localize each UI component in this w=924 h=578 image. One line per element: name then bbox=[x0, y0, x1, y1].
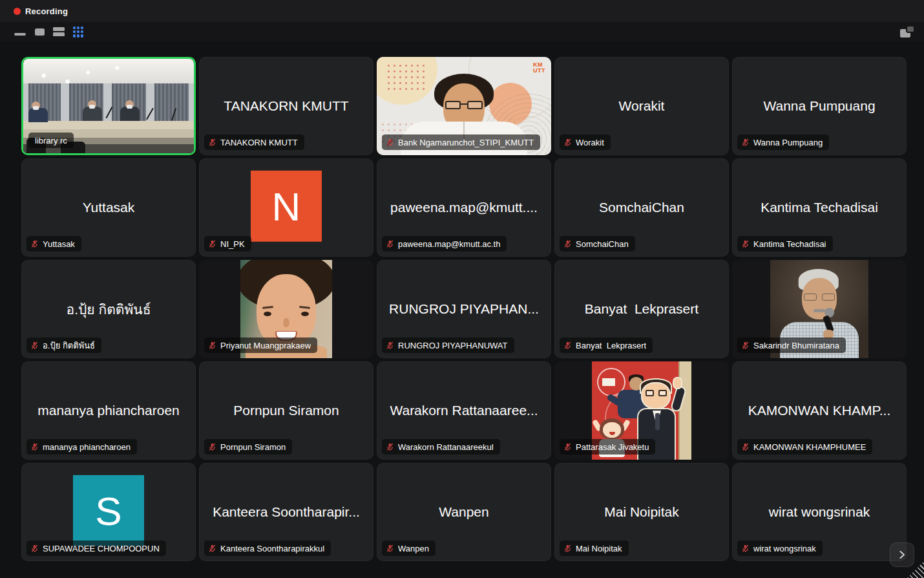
participant-name-badge: SomchaiChan bbox=[560, 236, 635, 252]
tile-pornpun[interactable]: Pornpun Siramon Pornpun Siramon bbox=[199, 361, 373, 460]
muted-mic-icon bbox=[741, 240, 750, 248]
muted-mic-icon bbox=[386, 138, 394, 147]
gallery-grid: library rc TANAKORN KMUTT TANAKORN KMUTT… bbox=[21, 57, 907, 561]
minimize-icon bbox=[14, 33, 26, 36]
participant-name-badge: RUNGROJ PIYAPHANUWAT bbox=[382, 337, 514, 353]
tile-wanna-pumpuang[interactable]: Wanna Pumpuang Wanna Pumpuang bbox=[732, 57, 907, 155]
participant-name-badge: อ.ปุ้ย กิตติพันธ์ bbox=[26, 337, 101, 353]
tile-wanpen[interactable]: Wanpen Wanpen bbox=[377, 463, 551, 561]
muted-mic-icon bbox=[30, 240, 39, 248]
muted-mic-icon bbox=[386, 544, 394, 553]
tile-rungroj[interactable]: RUNGROJ PIYAPHAN... RUNGROJ PIYAPHANUWAT bbox=[377, 260, 551, 358]
participant-name-badge: library rc bbox=[28, 133, 74, 148]
gallery-view-button[interactable] bbox=[68, 23, 88, 40]
minimize-button[interactable] bbox=[10, 23, 30, 40]
participant-name-badge: paweena.map@kmutt.ac.th bbox=[382, 236, 507, 252]
tile-tanakorn-kmutt[interactable]: TANAKORN KMUTT TANAKORN KMUTT bbox=[199, 57, 373, 155]
exit-minimized-view-button[interactable] bbox=[900, 27, 914, 37]
participant-name-badge: Mai Noipitak bbox=[560, 541, 629, 556]
title-bar: Recording bbox=[0, 0, 924, 22]
participant-name-badge: Warakorn Rattanaareekul bbox=[382, 439, 500, 455]
muted-mic-icon bbox=[208, 544, 216, 553]
participant-name-badge: Sakarindr Bhumiratana bbox=[737, 337, 846, 353]
muted-mic-icon bbox=[208, 138, 216, 147]
speaker-view-icon bbox=[35, 28, 45, 36]
participant-name-badge: TANAKORN KMUTT bbox=[204, 134, 304, 150]
tile-worakit[interactable]: Worakit Worakit bbox=[554, 57, 729, 155]
muted-mic-icon bbox=[208, 240, 216, 248]
next-page-button[interactable] bbox=[890, 542, 914, 567]
tile-bank-ngamarunchot[interactable]: KMUTT Bank Ngamarunchot_STIPI_KMUTT bbox=[377, 57, 551, 155]
avatar-initial: N bbox=[251, 171, 322, 242]
participant-name-badge: Yuttasak bbox=[26, 236, 81, 252]
tile-apui[interactable]: อ.ปุ้ย กิตติพันธ์ อ.ปุ้ย กิตติพันธ์ bbox=[21, 260, 196, 358]
tile-somchaichan[interactable]: SomchaiChan SomchaiChan bbox=[554, 158, 729, 257]
muted-mic-icon bbox=[30, 443, 39, 451]
tile-supawadee[interactable]: S SUPAWADEE CHOMPOOPUN bbox=[21, 463, 196, 561]
tile-yuttasak[interactable]: Yuttasak Yuttasak bbox=[21, 158, 196, 257]
muted-mic-icon bbox=[563, 544, 572, 553]
participant-name-badge: wirat wongsrinak bbox=[737, 541, 823, 556]
participant-name-badge: Wanpen bbox=[382, 541, 436, 556]
chevron-right-icon bbox=[898, 550, 907, 559]
participant-name-badge: Priyanut Muangprakaew bbox=[204, 337, 317, 353]
tile-warakorn[interactable]: Warakorn Rattanaaree... Warakorn Rattana… bbox=[377, 361, 551, 460]
list-view-button[interactable] bbox=[49, 23, 68, 40]
participant-name-badge: Wanna Pumpuang bbox=[737, 134, 829, 150]
speaker-view-button[interactable] bbox=[30, 23, 49, 40]
muted-mic-icon bbox=[741, 443, 750, 451]
list-view-icon bbox=[53, 27, 65, 36]
muted-mic-icon bbox=[563, 341, 572, 350]
muted-mic-icon bbox=[563, 240, 572, 248]
participant-name-badge: Pattarasak Jivaketu bbox=[560, 439, 655, 455]
participant-name-badge: KAMONWAN KHAMPHUMEE bbox=[737, 439, 872, 455]
tile-paweena[interactable]: paweena.map@kmutt.... paweena.map@kmutt.… bbox=[377, 158, 551, 257]
participant-name-badge: SUPAWADEE CHOMPOOPUN bbox=[26, 541, 166, 556]
gallery-view-icon bbox=[73, 27, 84, 37]
muted-mic-icon bbox=[30, 341, 39, 350]
muted-mic-icon bbox=[30, 544, 39, 553]
participant-name-badge: NI_PK bbox=[204, 236, 251, 252]
tile-mai-noipitak[interactable]: Mai Noipitak Mai Noipitak bbox=[554, 463, 729, 561]
tile-ni-pk[interactable]: N NI_PK bbox=[199, 158, 373, 257]
participant-name-badge: mananya phiancharoen bbox=[26, 439, 137, 455]
participant-name-badge: Banyat Lekprasert bbox=[560, 337, 653, 353]
muted-mic-icon bbox=[386, 341, 394, 350]
participant-name-badge: Worakit bbox=[560, 134, 611, 150]
muted-mic-icon bbox=[208, 443, 216, 451]
muted-mic-icon bbox=[741, 341, 750, 350]
muted-mic-icon bbox=[386, 443, 394, 451]
tile-banyat[interactable]: Banyat Lekprasert Banyat Lekprasert bbox=[554, 260, 729, 358]
tile-kanteera[interactable]: Kanteera Soontharapir... Kanteera Soonth… bbox=[199, 463, 373, 561]
tile-pattarasak[interactable]: Pattarasak Jivaketu bbox=[554, 361, 729, 460]
muted-mic-icon bbox=[741, 544, 750, 553]
view-controls-bar bbox=[0, 22, 924, 41]
tile-library-rc[interactable]: library rc bbox=[21, 57, 196, 155]
muted-mic-icon bbox=[208, 341, 216, 350]
muted-mic-icon bbox=[741, 138, 750, 147]
recording-label: Recording bbox=[25, 6, 68, 16]
tile-kantima[interactable]: Kantima Techadisai Kantima Techadisai bbox=[732, 158, 907, 257]
participant-name-badge: Kantima Techadisai bbox=[737, 236, 833, 252]
participant-name-badge: Bank Ngamarunchot_STIPI_KMUTT bbox=[382, 134, 540, 150]
tile-mananya[interactable]: mananya phiancharoen mananya phiancharoe… bbox=[21, 361, 196, 460]
recording-dot-icon bbox=[14, 8, 21, 15]
avatar-initial: S bbox=[73, 475, 144, 546]
participant-name-badge: Kanteera Soontharapirakkul bbox=[204, 541, 331, 556]
kmutt-logo: KMUTT bbox=[533, 62, 545, 74]
tile-sakarindr[interactable]: Sakarindr Bhumiratana bbox=[732, 260, 907, 358]
tile-priyanut[interactable]: Priyanut Muangprakaew bbox=[199, 260, 373, 358]
muted-mic-icon bbox=[386, 240, 394, 248]
muted-mic-icon bbox=[563, 138, 572, 147]
muted-mic-icon bbox=[563, 443, 572, 451]
tile-kamonwan[interactable]: KAMONWAN KHAMP... KAMONWAN KHAMPHUMEE bbox=[732, 361, 907, 460]
tile-wirat[interactable]: wirat wongsrinak wirat wongsrinak bbox=[732, 463, 907, 561]
participant-name-badge: Pornpun Siramon bbox=[204, 439, 292, 455]
